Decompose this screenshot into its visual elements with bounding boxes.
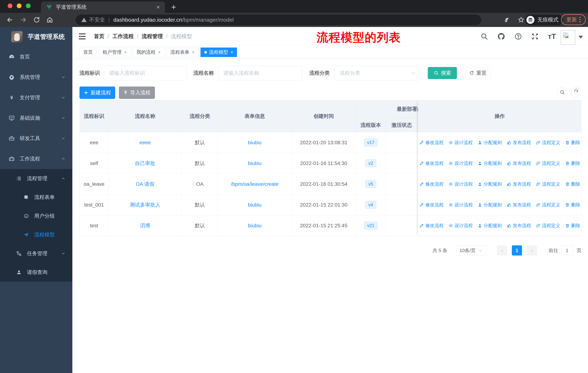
sidebar-item-0-首页[interactable]: 首页 bbox=[0, 47, 72, 67]
home-icon[interactable] bbox=[46, 16, 53, 23]
reload-icon[interactable] bbox=[33, 16, 40, 23]
action-流程定义[interactable]: 流程定义 bbox=[536, 202, 560, 208]
window-minimize-button[interactable] bbox=[17, 3, 21, 8]
sidebar-item-1-系统管理[interactable]: 系统管理 bbox=[0, 67, 72, 87]
breadcrumb-home[interactable]: 首页 bbox=[94, 33, 105, 40]
tag-我的流程[interactable]: 我的流程× bbox=[133, 48, 164, 57]
form-info-link[interactable]: /bpm/oa/leave/create bbox=[231, 181, 279, 187]
sidebar-item-3-基础设施[interactable]: 基础设施 bbox=[0, 108, 72, 128]
sidebar-item-4-研发工具[interactable]: 研发工具 bbox=[0, 128, 72, 149]
sidebar-item-2-支付管理[interactable]: ¥支付管理 bbox=[0, 87, 72, 108]
process-name-link[interactable]: 滔博 bbox=[140, 223, 150, 228]
avatar[interactable] bbox=[561, 30, 575, 45]
form-info-link[interactable]: biubiu bbox=[248, 223, 262, 228]
import-process-button[interactable]: 导入流程 bbox=[119, 87, 155, 99]
back-icon[interactable] bbox=[6, 16, 13, 23]
category-select[interactable]: 流程分类 bbox=[335, 66, 420, 80]
process-name-input-field[interactable] bbox=[223, 70, 297, 76]
breadcrumb-workflow[interactable]: 工作流程 bbox=[113, 33, 134, 40]
tag-close-icon[interactable]: × bbox=[231, 50, 233, 55]
process-key-input[interactable] bbox=[104, 66, 187, 80]
sidebar-item-10-任务管理[interactable]: 任务管理 bbox=[0, 244, 72, 263]
action-修改流程[interactable]: 修改流程 bbox=[419, 140, 444, 146]
forward-icon[interactable] bbox=[20, 16, 27, 23]
action-发布流程[interactable]: 发布流程 bbox=[507, 140, 531, 146]
breadcrumb-process-mgmt[interactable]: 流程管理 bbox=[142, 33, 163, 40]
process-name-link[interactable]: 测试多审批人 bbox=[130, 202, 160, 208]
action-分配规则[interactable]: 分配规则 bbox=[478, 140, 502, 146]
action-修改流程[interactable]: 修改流程 bbox=[419, 202, 444, 208]
url-bar[interactable]: 不安全 | dashboard.yudao.iocoder.cn/bpm/man… bbox=[76, 15, 481, 25]
action-修改流程[interactable]: 修改流程 bbox=[419, 160, 444, 166]
action-分配规则[interactable]: 分配规则 bbox=[478, 222, 502, 229]
tag-close-icon[interactable]: × bbox=[192, 50, 194, 55]
action-设计流程[interactable]: 设计流程 bbox=[448, 202, 473, 208]
action-设计流程[interactable]: 设计流程 bbox=[448, 222, 473, 229]
fullscreen-icon[interactable] bbox=[531, 33, 539, 40]
create-process-button[interactable]: 新建流程 bbox=[79, 87, 115, 99]
action-分配规则[interactable]: 分配规则 bbox=[478, 160, 502, 166]
form-info-link[interactable]: biubiu bbox=[248, 161, 262, 166]
action-流程定义[interactable]: 流程定义 bbox=[536, 140, 560, 146]
new-tab-button[interactable]: + bbox=[171, 2, 176, 12]
tab-close-icon[interactable]: × bbox=[156, 4, 160, 10]
process-name-link[interactable]: OA 请假 bbox=[136, 181, 155, 187]
search-icon[interactable] bbox=[481, 33, 488, 40]
window-zoom-button[interactable] bbox=[26, 3, 31, 8]
goto-page-input[interactable] bbox=[561, 245, 573, 255]
help-icon[interactable] bbox=[514, 33, 522, 40]
prev-page-button[interactable]: ‹ bbox=[497, 245, 507, 255]
tag-首页[interactable]: 首页 bbox=[79, 48, 97, 57]
sidebar-item-5-工作流程[interactable]: 工作流程 bbox=[0, 149, 72, 169]
key-icon[interactable] bbox=[504, 17, 510, 23]
bookmark-star-icon[interactable] bbox=[518, 16, 525, 23]
refresh-table-button[interactable] bbox=[571, 87, 581, 98]
github-icon[interactable] bbox=[497, 32, 505, 40]
collapse-menu-icon[interactable] bbox=[78, 33, 86, 40]
action-流程定义[interactable]: 流程定义 bbox=[536, 222, 560, 229]
tag-流程表单[interactable]: 流程表单× bbox=[167, 48, 198, 57]
action-流程定义[interactable]: 流程定义 bbox=[536, 181, 560, 187]
action-删除[interactable]: 删除 bbox=[565, 140, 580, 146]
action-修改流程[interactable]: 修改流程 bbox=[419, 222, 444, 229]
tag-租户管理[interactable]: 租户管理× bbox=[99, 48, 130, 57]
process-name-link[interactable]: eeee bbox=[139, 140, 151, 145]
sidebar-item-8-用户分组[interactable]: 用户分组 bbox=[0, 207, 72, 225]
action-分配规则[interactable]: 分配规则 bbox=[478, 181, 502, 187]
tag-close-icon[interactable]: × bbox=[124, 50, 127, 55]
action-设计流程[interactable]: 设计流程 bbox=[448, 181, 473, 187]
action-发布流程[interactable]: 发布流程 bbox=[507, 181, 531, 187]
tag-流程模型[interactable]: 流程模型× bbox=[200, 48, 237, 57]
process-key-input-field[interactable] bbox=[109, 70, 181, 76]
browser-menu-kebab-icon[interactable] bbox=[579, 17, 580, 22]
action-删除[interactable]: 删除 bbox=[565, 181, 580, 187]
action-删除[interactable]: 删除 bbox=[565, 222, 580, 229]
process-name-input[interactable] bbox=[218, 66, 302, 80]
action-修改流程[interactable]: 修改流程 bbox=[419, 181, 444, 187]
form-info-link[interactable]: biubiu bbox=[248, 202, 262, 208]
action-发布流程[interactable]: 发布流程 bbox=[507, 160, 531, 166]
page-size-select[interactable]: 10条/页 bbox=[456, 245, 485, 255]
sidebar-item-9-流程模型[interactable]: 流程模型 bbox=[0, 225, 72, 244]
action-发布流程[interactable]: 发布流程 bbox=[507, 222, 531, 229]
next-page-button[interactable]: › bbox=[527, 245, 537, 255]
tag-close-icon[interactable]: × bbox=[158, 50, 161, 55]
process-name-link[interactable]: 自己审批 bbox=[135, 161, 155, 166]
action-分配规则[interactable]: 分配规则 bbox=[478, 202, 502, 208]
action-设计流程[interactable]: 设计流程 bbox=[448, 160, 473, 166]
action-删除[interactable]: 删除 bbox=[565, 160, 580, 166]
search-button[interactable]: 搜索 bbox=[428, 67, 457, 79]
toggle-search-button[interactable] bbox=[557, 87, 567, 98]
action-删除[interactable]: 删除 bbox=[565, 202, 580, 208]
reset-button[interactable]: 重置 bbox=[465, 67, 490, 79]
action-发布流程[interactable]: 发布流程 bbox=[507, 202, 531, 208]
sidebar-item-6-流程管理[interactable]: 流程管理 bbox=[0, 169, 72, 188]
sidebar-item-7-流程表单[interactable]: 流程表单 bbox=[0, 188, 72, 207]
font-size-icon[interactable]: тT bbox=[548, 32, 556, 40]
update-button[interactable]: 更新 bbox=[561, 14, 586, 25]
caret-down-icon[interactable] bbox=[578, 36, 583, 39]
current-page-button[interactable]: 1 bbox=[512, 245, 522, 255]
action-流程定义[interactable]: 流程定义 bbox=[536, 160, 560, 166]
form-info-link[interactable]: biubiu bbox=[248, 140, 262, 145]
browser-tab[interactable]: 芋道管理系统 × bbox=[41, 1, 165, 13]
